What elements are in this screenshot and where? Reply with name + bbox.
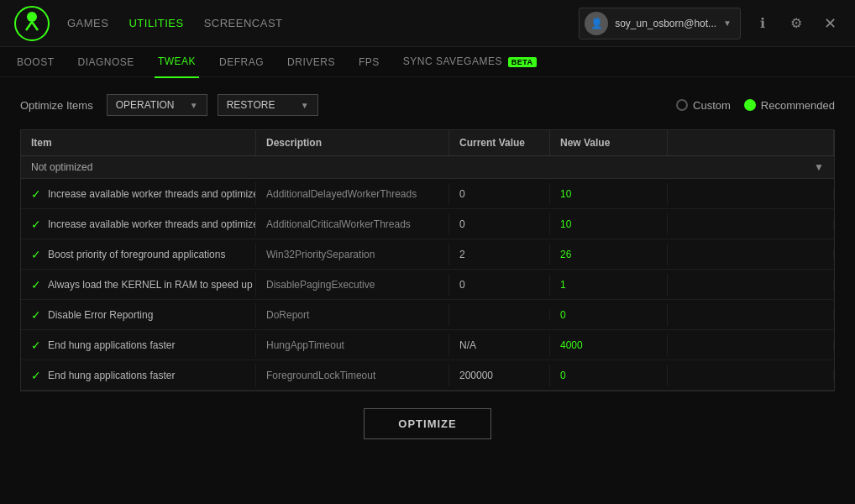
- check-icon: ✓: [31, 248, 41, 261]
- row-7-new: 0: [550, 365, 668, 386]
- row-5-curr: [449, 310, 550, 320]
- row-5-restore: [668, 310, 834, 320]
- main-nav: GAMES UTILITIES SCREENCAST: [67, 17, 283, 29]
- dropdown-arrow: ▼: [190, 101, 198, 110]
- check-icon: ✓: [31, 278, 41, 291]
- row-4-desc: DisablePagingExecutive: [256, 274, 449, 296]
- header: GAMES UTILITIES SCREENCAST 👤 soy_un_osbo…: [0, 0, 855, 47]
- optimize-label: Optimize Items: [20, 99, 93, 112]
- table-row: ✓ Always load the KERNEL in RAM to speed…: [21, 270, 834, 300]
- check-icon: ✓: [31, 218, 41, 231]
- row-1-item: ✓ Increase available worker threads and …: [21, 182, 256, 206]
- row-1-desc: AdditionalDelayedWorkerThreads: [256, 183, 449, 205]
- row-5-item: ✓ Disable Error Reporting: [21, 303, 256, 327]
- button-row: OPTIMIZE: [20, 408, 835, 439]
- row-5-new: 0: [550, 304, 668, 326]
- nav-games[interactable]: GAMES: [67, 17, 108, 29]
- check-icon: ✓: [31, 187, 41, 201]
- info-icon[interactable]: ℹ: [751, 12, 774, 35]
- row-5-desc: DoReport: [256, 304, 449, 326]
- controls-row: Optimize Items OPERATION ▼ RESTORE ▼ Cus…: [20, 94, 835, 116]
- table-row: ✓ End hung applications faster HungAppTi…: [21, 330, 834, 360]
- app-logo: [13, 5, 50, 42]
- col-current-value: Current Value: [449, 130, 550, 155]
- row-6-item: ✓ End hung applications faster: [21, 333, 256, 357]
- row-7-item: ✓ End hung applications faster: [21, 364, 256, 387]
- row-3-desc: Win32PrioritySeparation: [256, 244, 449, 265]
- nav-utilities[interactable]: UTILITIES: [129, 17, 183, 29]
- dropdown-arrow-2: ▼: [301, 101, 309, 110]
- radio-custom-label: Custom: [693, 99, 731, 112]
- col-item: Item: [21, 130, 256, 155]
- check-icon: ✓: [31, 308, 41, 322]
- radio-custom-circle: [676, 99, 688, 111]
- row-2-curr: 0: [449, 213, 550, 235]
- tweak-table: Item Description Current Value New Value…: [20, 129, 835, 391]
- row-7-desc: ForegroundLockTimeout: [256, 365, 449, 386]
- row-2-desc: AdditionalCriticalWorkerThreads: [256, 213, 449, 235]
- group-arrow-icon: ▼: [814, 161, 824, 173]
- nav-screencast[interactable]: SCREENCAST: [204, 17, 283, 29]
- row-3-item: ✓ Boost priority of foreground applicati…: [21, 243, 256, 266]
- table-row: ✓ Increase available worker threads and …: [21, 209, 834, 239]
- row-6-curr: N/A: [449, 334, 550, 356]
- subnav-boost[interactable]: BOOST: [13, 47, 58, 77]
- group-label: Not optimized: [31, 161, 92, 173]
- subnav-drivers[interactable]: DRIVERS: [284, 47, 338, 77]
- row-1-new: 10: [550, 183, 668, 205]
- table-row: ✓ End hung applications faster Foregroun…: [21, 360, 834, 391]
- radio-recommended-circle: [744, 99, 756, 111]
- header-right: 👤 soy_un_osborn@hot... ▼ ℹ ⚙ ✕: [579, 8, 842, 39]
- table-header: Item Description Current Value New Value: [21, 130, 834, 156]
- user-dropdown-icon: ▼: [723, 18, 732, 28]
- row-3-curr: 2: [449, 244, 550, 265]
- subnav-diagnose[interactable]: DIAGNOSE: [75, 47, 138, 77]
- col-restore: [668, 130, 834, 155]
- row-3-new: 26: [550, 244, 668, 265]
- radio-group: Custom Recommended: [676, 99, 835, 112]
- row-3-restore: [668, 249, 834, 260]
- subnav: BOOST DIAGNOSE TWEAK DEFRAG DRIVERS FPS …: [0, 47, 855, 77]
- main-content: Optimize Items OPERATION ▼ RESTORE ▼ Cus…: [0, 77, 855, 456]
- radio-custom[interactable]: Custom: [676, 99, 731, 112]
- row-6-desc: HungAppTimeout: [256, 334, 449, 356]
- row-7-curr: 200000: [449, 365, 550, 386]
- close-button[interactable]: ✕: [818, 12, 842, 35]
- subnav-savegames[interactable]: SYNC SAVEGAMES BETA: [400, 46, 540, 77]
- subnav-defrag[interactable]: DEFRAG: [216, 47, 267, 77]
- avatar: 👤: [585, 12, 608, 35]
- row-1-restore: [668, 189, 834, 199]
- row-6-restore: [668, 340, 834, 350]
- table-row: ✓ Increase available worker threads and …: [21, 179, 834, 209]
- radio-recommended[interactable]: Recommended: [744, 99, 835, 112]
- beta-badge: BETA: [508, 57, 537, 67]
- row-7-restore: [668, 370, 834, 381]
- check-icon: ✓: [31, 369, 41, 382]
- row-1-curr: 0: [449, 183, 550, 205]
- subnav-tweak[interactable]: TWEAK: [155, 46, 199, 78]
- row-4-new: 1: [550, 274, 668, 296]
- row-4-curr: 0: [449, 274, 550, 296]
- subnav-fps[interactable]: FPS: [355, 47, 383, 77]
- col-new-value: New Value: [550, 130, 668, 155]
- table-row: ✓ Disable Error Reporting DoReport 0: [21, 300, 834, 330]
- restore-dropdown[interactable]: RESTORE ▼: [218, 94, 318, 116]
- row-2-new: 10: [550, 213, 668, 235]
- svg-point-2: [27, 12, 37, 22]
- user-name: soy_un_osborn@hot...: [615, 18, 716, 29]
- row-6-new: 4000: [550, 334, 668, 356]
- row-4-item: ✓ Always load the KERNEL in RAM to speed…: [21, 273, 256, 297]
- col-description: Description: [256, 130, 449, 155]
- radio-recommended-label: Recommended: [761, 99, 835, 112]
- row-2-item: ✓ Increase available worker threads and …: [21, 213, 256, 236]
- check-icon: ✓: [31, 339, 41, 352]
- operation-dropdown[interactable]: OPERATION ▼: [107, 94, 207, 116]
- table-body: Not optimized ▼ ✓ Increase available wor…: [21, 156, 834, 391]
- table-row: ✓ Boost priority of foreground applicati…: [21, 239, 834, 270]
- optimize-button[interactable]: OPTIMIZE: [364, 408, 490, 439]
- settings-icon[interactable]: ⚙: [784, 12, 808, 35]
- row-2-restore: [668, 219, 834, 229]
- group-row-not-optimized[interactable]: Not optimized ▼: [21, 156, 834, 179]
- user-badge[interactable]: 👤 soy_un_osborn@hot... ▼: [579, 8, 741, 39]
- row-4-restore: [668, 280, 834, 290]
